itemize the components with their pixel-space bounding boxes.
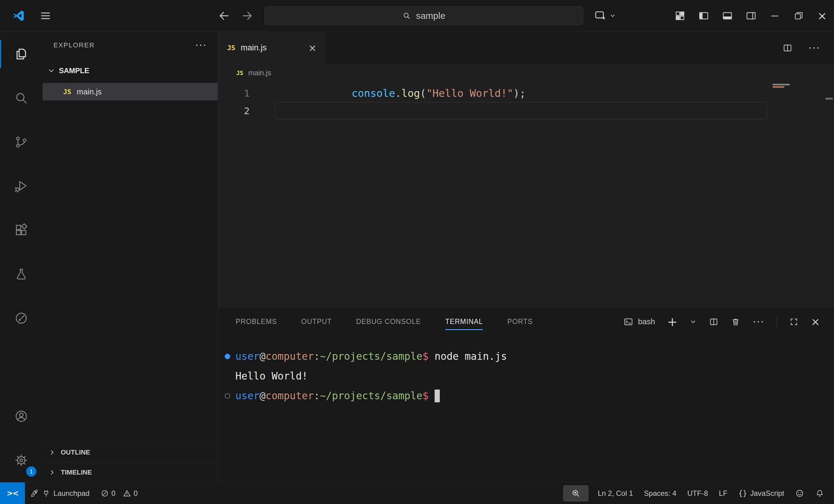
source-control-activity-button[interactable] [0, 120, 43, 164]
customize-layout-icon[interactable] [668, 0, 692, 31]
close-panel-icon[interactable]: × [811, 316, 820, 328]
folder-section-header[interactable]: SAMPLE [43, 59, 218, 83]
launchpad-status-item[interactable]: Launchpad [25, 482, 95, 504]
panel-tab-terminal[interactable]: TERMINAL [445, 307, 483, 336]
notifications-status-item[interactable] [810, 482, 830, 504]
encoding-status-item[interactable]: UTF-8 [682, 482, 714, 504]
outline-label: OUTLINE [61, 449, 90, 456]
terminal-text-segment: @ [259, 350, 265, 362]
chevron-right-icon [49, 469, 56, 476]
feedback-status-item[interactable] [790, 482, 810, 504]
editor-more-actions-icon[interactable]: ··· [809, 42, 820, 54]
search-icon [402, 11, 411, 20]
panel-more-actions-icon[interactable]: ··· [753, 316, 764, 328]
code-token: ( [420, 87, 426, 99]
encoding-label: UTF-8 [687, 489, 708, 498]
chevron-right-icon [49, 449, 56, 456]
panel-tab-problems[interactable]: PROBLEMS [236, 307, 277, 336]
split-terminal-icon[interactable] [709, 317, 719, 327]
indentation-status-item[interactable]: Spaces: 4 [638, 482, 682, 504]
testing-activity-button[interactable] [0, 252, 43, 296]
tab-label: main.js [241, 43, 267, 52]
run-debug-icon [14, 179, 28, 193]
timeline-section-header[interactable]: TIMELINE [43, 462, 218, 482]
panel-tab-ports[interactable]: PORTS [507, 307, 533, 336]
launchpad-label: Launchpad [53, 489, 90, 498]
outline-section-header[interactable]: OUTLINE [43, 442, 218, 462]
extensions-icon [14, 223, 28, 237]
eol-status-item[interactable]: LF [714, 482, 733, 504]
split-editor-icon[interactable] [782, 43, 793, 53]
code-token: ); [513, 87, 526, 99]
explorer-activity-button[interactable] [0, 32, 43, 76]
prompt-decoration-icon[interactable] [225, 393, 230, 399]
zoom-indicator[interactable] [563, 485, 589, 502]
folder-name: SAMPLE [59, 67, 89, 75]
forward-arrow-icon[interactable] [241, 10, 253, 22]
problems-status-item[interactable]: 0 0 [95, 482, 144, 504]
terminal-text-segment: : [314, 390, 320, 402]
terminal-view[interactable]: user@computer:~/projects/sample$ node ma… [218, 336, 834, 482]
search-icon [14, 91, 28, 105]
code-line: 1 console.log("Hello World!"); [218, 85, 834, 102]
error-icon [101, 489, 109, 498]
status-bar: >< Launchpad 0 0 [0, 482, 834, 504]
file-row-mainjs[interactable]: JS main.js [43, 83, 218, 100]
terminal-launch-chevron-icon[interactable] [689, 318, 697, 325]
toggle-panel-icon[interactable] [716, 0, 739, 31]
code-line: 2 [218, 102, 834, 120]
run-debug-activity-button[interactable] [0, 164, 43, 208]
close-window-icon[interactable]: × [810, 0, 834, 31]
beaker-icon [14, 267, 28, 281]
panel-tab-output[interactable]: OUTPUT [301, 307, 332, 336]
explorer-sidebar: EXPLORER ··· SAMPLE JS main.js OUTLINE [43, 32, 218, 482]
warning-icon [123, 489, 131, 498]
panel-tab-bar: PROBLEMS OUTPUT DEBUG CONSOLE TERMINAL P… [218, 307, 834, 336]
source-control-icon [14, 135, 28, 150]
extensions-activity-button[interactable] [0, 208, 43, 252]
sidebar-more-actions-icon[interactable]: ··· [195, 39, 207, 51]
line-number: 2 [218, 105, 261, 116]
language-mode-status-item[interactable]: {} JavaScript [733, 482, 790, 504]
menu-icon[interactable] [40, 10, 52, 22]
panel-tab-debug-console[interactable]: DEBUG CONSOLE [356, 307, 421, 336]
terminal-line: user@computer:~/projects/sample$ node ma… [218, 346, 834, 366]
vscode-logo-icon [12, 9, 25, 23]
search-activity-button[interactable] [0, 76, 43, 120]
plug-icon [42, 489, 50, 498]
command-decoration-icon[interactable] [225, 354, 230, 359]
chevron-down-icon [609, 13, 616, 19]
rocket-icon [30, 489, 39, 498]
toggle-primary-sidebar-icon[interactable] [692, 0, 716, 31]
accounts-activity-button[interactable] [0, 394, 43, 438]
code-token: log [401, 87, 420, 99]
close-tab-icon[interactable]: × [308, 42, 316, 54]
minimize-window-icon[interactable] [763, 0, 787, 31]
command-center-search[interactable]: sample [264, 6, 583, 25]
cursor-position-status-item[interactable]: Ln 2, Col 1 [592, 482, 638, 504]
kill-terminal-trash-icon[interactable] [731, 317, 741, 327]
remote-indicator[interactable]: >< [0, 482, 25, 504]
code-editor[interactable]: 1 console.log("Hello World!"); 2 [218, 82, 834, 307]
back-arrow-icon[interactable] [218, 10, 230, 22]
search-value: sample [416, 10, 445, 21]
new-terminal-icon[interactable]: + [667, 315, 678, 329]
editor-tab-strip: JS main.js × ··· [218, 32, 834, 64]
line-number: 1 [218, 88, 261, 99]
terminal-shell-selector[interactable]: bash [623, 317, 655, 327]
extension-view-activity-button[interactable] [0, 296, 43, 340]
maximize-panel-icon[interactable] [789, 317, 799, 327]
timeline-label: TIMELINE [61, 468, 92, 476]
files-icon [14, 47, 28, 61]
tab-mainjs[interactable]: JS main.js × [218, 32, 326, 64]
toggle-secondary-sidebar-icon[interactable] [739, 0, 763, 31]
javascript-file-icon: JS [236, 70, 243, 76]
braces-icon: {} [738, 489, 747, 498]
settings-activity-button[interactable]: 1 [0, 438, 43, 482]
indentation-label: Spaces: 4 [644, 489, 676, 498]
gear-icon [14, 453, 28, 467]
terminal-text-segment: user [235, 390, 259, 402]
copilot-button[interactable] [594, 9, 616, 22]
restore-window-icon[interactable] [787, 0, 810, 31]
terminal-command-text: node main.js [435, 350, 507, 362]
